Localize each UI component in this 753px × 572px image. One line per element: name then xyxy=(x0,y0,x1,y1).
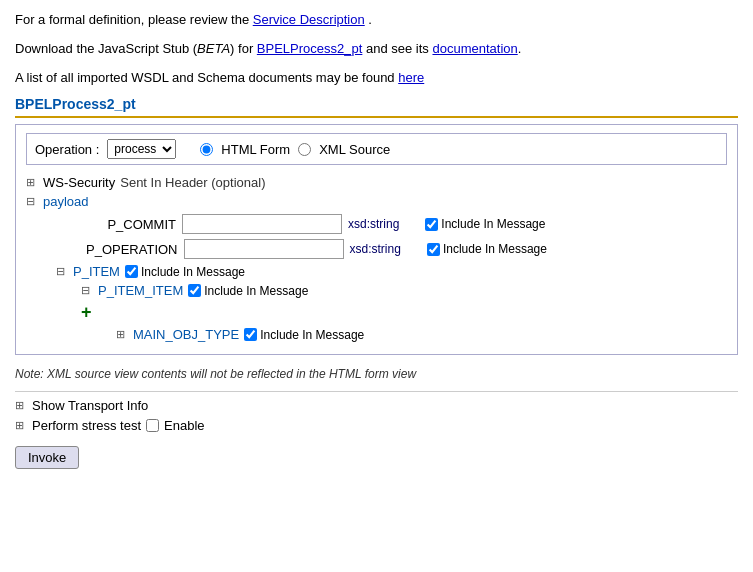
p-operation-include-row: Include In Message xyxy=(427,242,547,256)
show-transport-row: ⊞ Show Transport Info xyxy=(15,398,738,413)
p-commit-input[interactable] xyxy=(182,214,342,234)
intro-line3-prefix: A list of all imported WSDL and Schema d… xyxy=(15,70,398,85)
xml-source-radio[interactable] xyxy=(298,143,311,156)
p-item-expand-icon[interactable]: ⊟ xyxy=(56,265,68,278)
p-commit-label: P_COMMIT xyxy=(86,217,176,232)
intro-line2-end: . xyxy=(518,41,522,56)
show-transport-label: Show Transport Info xyxy=(32,398,148,413)
ws-security-expand-icon[interactable]: ⊞ xyxy=(26,176,38,189)
bpel-process-link[interactable]: BPELProcess2_pt xyxy=(257,41,363,56)
p-item-item-include-label: Include In Message xyxy=(204,284,308,298)
transport-expand-icon[interactable]: ⊞ xyxy=(15,399,27,412)
intro-line2-mid: ) for xyxy=(230,41,257,56)
documentation-link[interactable]: documentation xyxy=(432,41,517,56)
main-obj-type-include-row: Include In Message xyxy=(244,328,364,342)
p-operation-type: xsd:string xyxy=(350,242,401,256)
stress-test-row: ⊞ Perform stress test Enable xyxy=(15,418,738,433)
service-description-link[interactable]: Service Description xyxy=(253,12,365,27)
p-item-item-include-checkbox[interactable] xyxy=(188,284,201,297)
ws-security-label: WS-Security xyxy=(43,175,115,190)
main-obj-type-label: MAIN_OBJ_TYPE xyxy=(133,327,239,342)
operation-box: Operation : process HTML Form XML Source… xyxy=(15,124,738,355)
payload-expand-icon[interactable]: ⊟ xyxy=(26,195,38,208)
p-commit-type: xsd:string xyxy=(348,217,399,231)
p-operation-label: P_OPERATION xyxy=(86,242,178,257)
p-item-item-label: P_ITEM_ITEM xyxy=(98,283,183,298)
p-item-item-include-row: Include In Message xyxy=(188,284,308,298)
main-obj-type-expand-icon[interactable]: ⊞ xyxy=(116,328,128,341)
p-operation-input[interactable] xyxy=(184,239,344,259)
intro-line1-suffix: . xyxy=(368,12,372,27)
p-item-include-checkbox[interactable] xyxy=(125,265,138,278)
note-text: Note: XML source view contents will not … xyxy=(15,367,738,381)
p-item-row: ⊟ P_ITEM Include In Message xyxy=(56,264,727,279)
add-item-plus[interactable]: + xyxy=(81,302,727,323)
p-item-label: P_ITEM xyxy=(73,264,120,279)
p-operation-include-checkbox[interactable] xyxy=(427,243,440,256)
enable-label: Enable xyxy=(164,418,204,433)
p-commit-include-row: Include In Message xyxy=(425,217,545,231)
enable-checkbox[interactable] xyxy=(146,419,159,432)
intro-line2-prefix: Download the JavaScript Stub ( xyxy=(15,41,197,56)
stress-test-label: Perform stress test xyxy=(32,418,141,433)
p-item-item-row: ⊟ P_ITEM_ITEM Include In Message xyxy=(81,283,727,298)
operation-row: Operation : process HTML Form XML Source xyxy=(26,133,727,165)
main-obj-type-row: ⊞ MAIN_OBJ_TYPE Include In Message xyxy=(116,327,727,342)
p-item-include-label: Include In Message xyxy=(141,265,245,279)
xml-source-label: XML Source xyxy=(319,142,390,157)
p-commit-row: P_COMMIT xsd:string Include In Message xyxy=(86,214,727,234)
divider xyxy=(15,391,738,392)
invoke-button[interactable]: Invoke xyxy=(15,446,79,469)
p-operation-include-label: Include In Message xyxy=(443,242,547,256)
operation-select[interactable]: process xyxy=(107,139,176,159)
p-item-include-row: Include In Message xyxy=(125,265,245,279)
note-text-content: Note: XML source view contents will not … xyxy=(15,367,416,381)
html-form-label: HTML Form xyxy=(221,142,290,157)
intro-line2-suffix: and see its xyxy=(362,41,432,56)
payload-label: payload xyxy=(43,194,89,209)
stress-test-expand-icon[interactable]: ⊞ xyxy=(15,419,27,432)
main-obj-type-include-checkbox[interactable] xyxy=(244,328,257,341)
intro-line3: A list of all imported WSDL and Schema d… xyxy=(15,68,738,89)
p-commit-include-label: Include In Message xyxy=(441,217,545,231)
ws-security-detail: Sent In Header (optional) xyxy=(120,175,265,190)
intro-line1-prefix: For a formal definition, please review t… xyxy=(15,12,253,27)
p-operation-row: P_OPERATION xsd:string Include In Messag… xyxy=(86,239,727,259)
here-link[interactable]: here xyxy=(398,70,424,85)
html-form-radio[interactable] xyxy=(200,143,213,156)
intro-line2: Download the JavaScript Stub (BETA) for … xyxy=(15,39,738,60)
page-title: BPELProcess2_pt xyxy=(15,96,738,118)
operation-label: Operation : xyxy=(35,142,99,157)
intro-line1: For a formal definition, please review t… xyxy=(15,10,738,31)
intro-beta: BETA xyxy=(197,41,230,56)
p-item-item-expand-icon[interactable]: ⊟ xyxy=(81,284,93,297)
payload-row: ⊟ payload xyxy=(26,194,727,209)
main-obj-type-include-label: Include In Message xyxy=(260,328,364,342)
p-commit-include-checkbox[interactable] xyxy=(425,218,438,231)
ws-security-row: ⊞ WS-Security Sent In Header (optional) xyxy=(26,175,727,190)
